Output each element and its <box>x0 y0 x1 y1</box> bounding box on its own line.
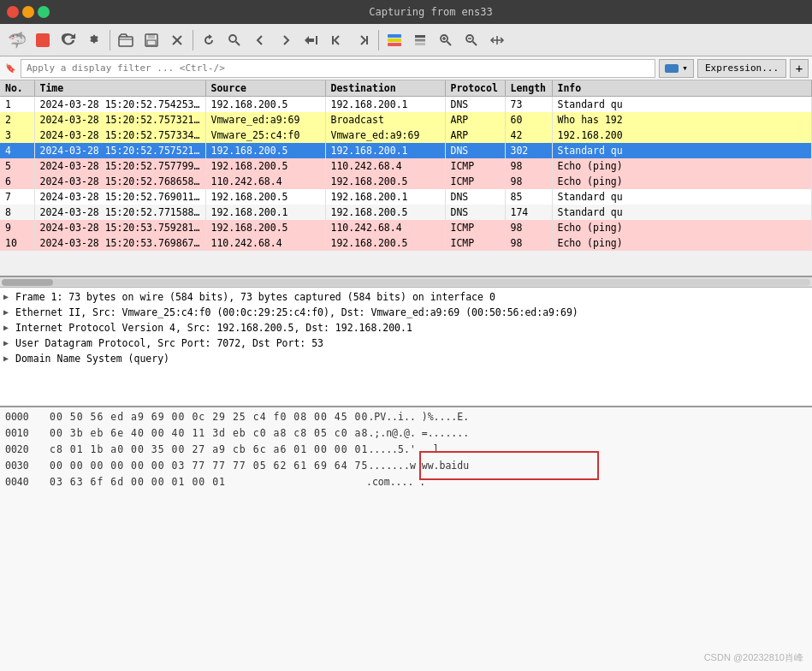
detail-item[interactable]: ▶ User Datagram Protocol, Src Port: 7072… <box>0 336 812 351</box>
cell-protocol: DNS <box>445 189 505 205</box>
close-window-button[interactable] <box>7 6 19 18</box>
cell-protocol: ARP <box>445 112 505 128</box>
maximize-window-button[interactable] <box>38 6 50 18</box>
detail-expand-icon: ▶ <box>3 352 15 365</box>
zoom-out-icon[interactable] <box>459 28 483 52</box>
cell-no: 8 <box>0 205 34 220</box>
hex-row: 0000 00 50 56 ed a9 69 00 0c 29 25 c4 f0… <box>0 409 812 425</box>
expression-button[interactable]: Expression... <box>697 59 786 78</box>
cell-no: 10 <box>0 235 34 251</box>
table-header: No. Time Source Destination Protocol Len… <box>0 80 812 97</box>
table-row[interactable]: 5 2024-03-28 15:20:52.7577990... 192.168… <box>0 158 812 174</box>
go-back-icon[interactable] <box>248 28 272 52</box>
prev-packet-icon[interactable] <box>325 28 349 52</box>
svg-rect-4 <box>147 40 156 45</box>
auto-scroll-icon[interactable] <box>408 28 432 52</box>
svg-line-8 <box>236 41 240 45</box>
cell-destination: 192.168.200.5 <box>325 174 445 189</box>
dropdown-arrow: ▾ <box>682 62 688 74</box>
hex-bytes: 00 50 56 ed a9 69 00 0c 29 25 c4 f0 08 0… <box>50 410 368 425</box>
detail-expand-icon: ▶ <box>3 290 15 304</box>
cell-time: 2024-03-28 15:20:52.7573349... <box>34 128 205 143</box>
cell-info: Standard qu <box>552 97 812 112</box>
cell-source: 192.168.200.1 <box>205 205 325 220</box>
toolbar-separator-1 <box>110 30 110 50</box>
table-row[interactable]: 10 2024-03-28 15:20:53.7698670... 110.24… <box>0 235 812 251</box>
cell-info: Echo (ping) <box>552 220 812 235</box>
detail-item[interactable]: ▶ Frame 1: 73 bytes on wire (584 bits), … <box>0 289 812 305</box>
cell-length: 73 <box>505 97 552 112</box>
table-row[interactable]: 9 2024-03-28 15:20:53.7592811... 192.168… <box>0 220 812 235</box>
open-file-icon[interactable] <box>114 28 138 52</box>
cell-protocol: DNS <box>445 205 505 220</box>
cell-source: Vmware_ed:a9:69 <box>205 112 325 128</box>
cell-time: 2024-03-28 15:20:52.7573219... <box>34 112 205 128</box>
resize-columns-icon[interactable] <box>485 28 509 52</box>
stop-capture-icon[interactable] <box>31 28 55 52</box>
table-row[interactable]: 1 2024-03-28 15:20:52.7542537... 192.168… <box>0 97 812 112</box>
cell-source: 192.168.200.5 <box>205 189 325 205</box>
start-capture-icon[interactable]: 🦈 <box>5 28 29 52</box>
svg-rect-9 <box>316 36 317 45</box>
display-filter-input[interactable] <box>21 59 655 78</box>
find-icon[interactable] <box>222 28 246 52</box>
cell-protocol: ICMP <box>445 174 505 189</box>
hex-ascii: .PV..i.. )%....E. <box>368 410 469 425</box>
add-filter-button[interactable]: + <box>790 59 809 78</box>
cell-no: 3 <box>0 128 34 143</box>
table-row[interactable]: 4 2024-03-28 15:20:52.7575214... 192.168… <box>0 143 812 158</box>
table-row[interactable]: 2 2024-03-28 15:20:52.7573219... Vmware_… <box>0 112 812 128</box>
table-row[interactable]: 3 2024-03-28 15:20:52.7573349... Vmware_… <box>0 128 812 143</box>
packet-list: No. Time Source Destination Protocol Len… <box>0 80 812 277</box>
packet-list-hscrollbar[interactable] <box>0 277 812 288</box>
toolbar-separator-2 <box>193 30 193 50</box>
detail-expand-icon: ▶ <box>3 336 15 350</box>
close-capture-icon[interactable] <box>165 28 189 52</box>
table-row[interactable]: 8 2024-03-28 15:20:52.7715888... 192.168… <box>0 205 812 220</box>
col-source: Source <box>205 80 325 97</box>
main-toolbar: 🦈 <box>0 24 812 56</box>
svg-rect-13 <box>415 39 425 41</box>
cell-length: 98 <box>505 235 552 251</box>
cell-destination: 192.168.200.1 <box>325 143 445 158</box>
detail-item[interactable]: ▶ Domain Name System (query) <box>0 351 812 366</box>
jump-to-icon[interactable] <box>299 28 323 52</box>
reload-icon[interactable] <box>197 28 221 52</box>
hex-offset: 0000 <box>5 410 39 425</box>
save-file-icon[interactable] <box>139 28 163 52</box>
detail-item[interactable]: ▶ Internet Protocol Version 4, Src: 192.… <box>0 320 812 336</box>
cell-no: 4 <box>0 143 34 158</box>
hex-offset: 0030 <box>5 459 39 473</box>
filter-bookmark-icon: 🔖 <box>3 62 17 75</box>
cell-length: 98 <box>505 158 552 174</box>
go-forward-icon[interactable] <box>274 28 298 52</box>
restart-capture-icon[interactable] <box>56 28 80 52</box>
detail-text: User Datagram Protocol, Src Port: 7072, … <box>15 336 809 350</box>
cell-info: 192.168.200 <box>552 128 812 143</box>
cell-destination: Broadcast <box>325 112 445 128</box>
minimize-window-button[interactable] <box>22 6 34 18</box>
svg-line-18 <box>447 41 452 45</box>
options-icon[interactable] <box>82 28 106 52</box>
table-row[interactable]: 6 2024-03-28 15:20:52.7686585... 110.242… <box>0 174 812 189</box>
col-time: Time <box>34 80 205 97</box>
filter-bar: 🔖 ▾ Expression... + <box>0 56 812 80</box>
colorize-icon[interactable] <box>382 28 406 52</box>
table-row[interactable]: 7 2024-03-28 15:20:52.7690110... 192.168… <box>0 189 812 205</box>
detail-item[interactable]: ▶ Ethernet II, Src: Vmware_25:c4:f0 (00:… <box>0 305 812 320</box>
cell-time: 2024-03-28 15:20:52.7715888... <box>34 205 205 220</box>
hscroll-thumb[interactable] <box>2 279 53 286</box>
cell-protocol: ICMP <box>445 235 505 251</box>
cell-destination: 192.168.200.1 <box>325 97 445 112</box>
filter-dropdown-button[interactable]: ▾ <box>659 59 694 78</box>
cell-time: 2024-03-28 15:20:53.7698670... <box>34 235 205 251</box>
next-packet-icon[interactable] <box>351 28 375 52</box>
zoom-in-icon[interactable] <box>434 28 458 52</box>
cell-info: Who has 192 <box>552 112 812 128</box>
packets-table: No. Time Source Destination Protocol Len… <box>0 80 812 251</box>
cell-info: Echo (ping) <box>552 174 812 189</box>
svg-rect-14 <box>415 43 425 45</box>
cell-length: 85 <box>505 189 552 205</box>
cell-source: 192.168.200.5 <box>205 220 325 235</box>
svg-rect-12 <box>415 35 425 38</box>
